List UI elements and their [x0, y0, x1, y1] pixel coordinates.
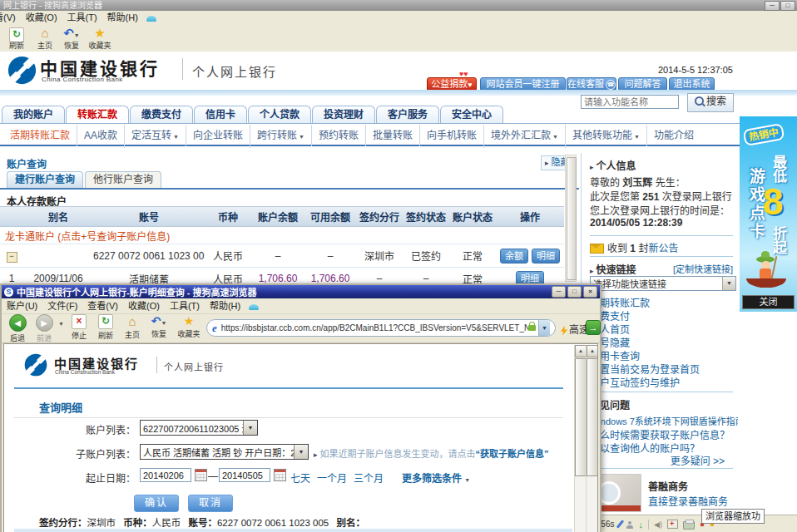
function-search-button[interactable]: 搜索	[687, 93, 734, 112]
subnav-current-transfer[interactable]: 活期转账汇款	[3, 125, 77, 146]
stop-button[interactable]: ×停止	[67, 314, 92, 341]
last-login-label: 您上次登录网上银行的时间是：	[590, 203, 730, 217]
subnav-overseas[interactable]: 境外外汇汇款▼	[483, 125, 565, 148]
subnav-intro[interactable]: 功能介绍	[646, 125, 700, 146]
tab-credit-card[interactable]: 信用卡	[194, 106, 247, 124]
speaker-icon[interactable]: ◀)	[654, 520, 662, 529]
quicklink-sign-maintain[interactable]: 账户互动签约与维护	[590, 375, 680, 389]
new-announcement-link[interactable]: 新公告	[648, 243, 678, 254]
repair-icon[interactable]	[667, 520, 678, 529]
favorites-button[interactable]: ★收藏夹	[85, 26, 115, 51]
menu-view[interactable]: 查看(V)	[82, 298, 123, 313]
account-list-select[interactable]: 6227007200611023005 深圳市▼	[140, 420, 258, 436]
tab-other-bank-accounts[interactable]: 他行账户查询	[85, 171, 161, 188]
refresh-button[interactable]: ↻刷新	[93, 314, 118, 341]
scrollbar-thumb[interactable]	[567, 157, 577, 280]
chevron-down-icon[interactable]: ▼	[538, 320, 550, 336]
home-button[interactable]: ⌂主页	[32, 26, 58, 51]
subnav-interbank[interactable]: 跨行转账▼	[250, 125, 311, 148]
refresh-button[interactable]: ↻刷新	[3, 26, 30, 51]
more-filters-link[interactable]: 更多筛选条件 ▼	[402, 470, 470, 485]
cancel-button[interactable]: 取消	[188, 495, 233, 512]
faq-link[interactable]: 什么时候需要获取子账户信息？	[590, 427, 730, 441]
close-icon[interactable]: ×	[583, 286, 597, 298]
menu-tools[interactable]: 工具(T)	[62, 11, 102, 25]
pencil-icon[interactable]	[616, 520, 624, 528]
menu-tools[interactable]: 工具(T)	[165, 298, 205, 313]
subnav-to-company[interactable]: 向企业转账	[186, 125, 250, 146]
printer-icon[interactable]	[683, 521, 695, 530]
quicklinks-select[interactable]: 选择功能快速链接▼	[590, 276, 736, 291]
subnav-scheduled[interactable]: 预约转账	[311, 125, 365, 146]
go-button[interactable]: →	[586, 320, 601, 335]
get-subaccount-link[interactable]: “获取子账户信息”	[476, 449, 549, 459]
menu-account[interactable]: 账户(U)	[2, 298, 42, 313]
popup-address-bar[interactable]: ehttps://ibsbjstar.ccb.com.cn/app/B2CMai…	[206, 319, 556, 337]
back-button[interactable]: ◀后退	[5, 314, 30, 343]
favorites-button[interactable]: ★收藏夹	[175, 314, 203, 339]
subnav-to-mobile[interactable]: 向手机转账	[419, 125, 483, 146]
ad-banner[interactable]: 热销中 游戏点卡 最低 8 折起 关闭	[740, 116, 797, 312]
undo-button[interactable]: ↶▼恢复	[146, 314, 171, 339]
undo-button[interactable]: ↶▼恢复	[58, 26, 85, 51]
content-scrollbar[interactable]	[565, 155, 577, 282]
subnav-other[interactable]: 其他转账功能▼	[565, 125, 646, 148]
date-to-input[interactable]	[219, 468, 270, 482]
tab-customer-service[interactable]: 客户服务	[376, 106, 439, 124]
tab-my-accounts[interactable]: 我的账户	[2, 106, 65, 124]
scroll-up-icon[interactable]: ▲	[575, 345, 587, 357]
menu-favorites[interactable]: 收藏(O)	[21, 11, 62, 25]
confirm-button[interactable]: 确认	[134, 495, 179, 512]
range-1month-link[interactable]: 一个月	[317, 470, 347, 485]
date-from-input[interactable]	[140, 468, 191, 482]
shanrong-login-link[interactable]: 直接登录善融商务	[648, 494, 728, 508]
scrollbar-thumb[interactable]	[575, 358, 587, 476]
function-search-input[interactable]	[581, 95, 679, 109]
inner-scrollbar[interactable]: ▲	[574, 345, 586, 532]
customize-quicklinks-link[interactable]: [定制快速链接]	[673, 262, 733, 275]
scrollbar-thumb[interactable]	[587, 358, 598, 476]
detail-button[interactable]: 明细	[532, 249, 560, 264]
tab-investment[interactable]: 投资理财	[312, 106, 375, 124]
range-7days-link[interactable]: 七天	[290, 470, 310, 485]
subnav-term-transfer[interactable]: 定活互转▼	[124, 125, 186, 148]
chevron-down-icon[interactable]: ▼	[58, 321, 64, 327]
restore-icon[interactable]: □	[780, 1, 795, 11]
calendar-icon[interactable]	[274, 469, 286, 481]
tab-ccb-accounts[interactable]: 建行账户查询	[7, 171, 83, 188]
subnav-aa[interactable]: AA收款	[77, 125, 124, 146]
menu-help[interactable]: 帮助(H)	[102, 11, 143, 25]
quicklink-set-homepage[interactable]: 设置当前交易为登录首页	[590, 362, 700, 376]
minimize-icon[interactable]: ─	[552, 286, 566, 298]
more-faq-link[interactable]: 更多疑问 >>	[590, 453, 725, 467]
maximize-icon[interactable]: □	[567, 286, 582, 298]
undo-icon: ↶	[151, 314, 161, 328]
window-scrollbar[interactable]: ▲	[586, 345, 597, 532]
home-button[interactable]: ⌂主页	[120, 314, 145, 340]
scroll-up-icon[interactable]: ▲	[587, 345, 598, 357]
faq-link[interactable]: Windows 7系统环境下网银盾操作指南	[590, 414, 738, 427]
subaccount-list-label: 子账户列表：	[29, 446, 136, 461]
download-icon[interactable]: ↓	[638, 520, 643, 530]
ad-close-button[interactable]: 关闭	[742, 295, 795, 309]
popup-titlebar[interactable]: S 中国建设银行个人网上银行-账户明细查询 - 搜狗高速浏览器 ─□×	[2, 285, 600, 298]
user-icon[interactable]	[626, 525, 633, 529]
collapse-row-button[interactable]: −	[7, 252, 17, 263]
speed-mode-button[interactable]: 高速	[561, 322, 589, 336]
tab-transfer[interactable]: 转账汇款	[66, 106, 129, 124]
popup-footer-summary: 签约分行：深圳市 币种：人民币 账号：6227 0072 0061 1023 0…	[39, 515, 365, 529]
menu-file[interactable]: 文件(F)	[42, 298, 82, 313]
range-3months-link[interactable]: 三个月	[354, 470, 384, 485]
minimize-icon[interactable]: ─	[765, 1, 780, 11]
tab-loans[interactable]: 个人贷款	[248, 106, 311, 124]
menu-favorites[interactable]: 收藏(O)	[123, 298, 165, 313]
tab-payments[interactable]: 缴费支付	[130, 106, 193, 124]
subnav-batch[interactable]: 批量转账	[365, 125, 419, 146]
subaccount-list-select[interactable]: 人民币 活期储蓄 活期 钞 开户日期：20091106▼	[140, 444, 309, 460]
forward-button[interactable]: ▶前进	[32, 314, 57, 343]
menu-help[interactable]: 帮助(H)	[205, 298, 245, 313]
calendar-icon[interactable]	[195, 469, 207, 481]
menu-view[interactable]: 查看(V)	[0, 11, 21, 25]
balance-button[interactable]: 余额	[500, 249, 528, 264]
tab-security[interactable]: 安全中心	[440, 106, 503, 124]
